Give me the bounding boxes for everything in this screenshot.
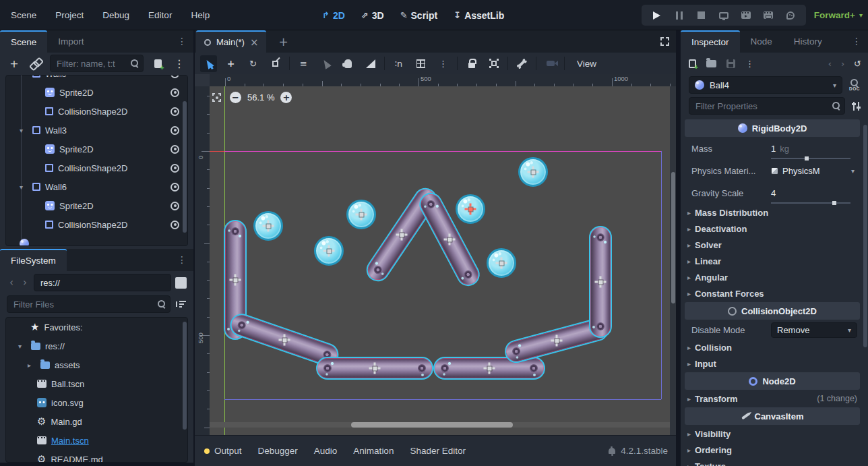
tool-scale[interactable] [267,55,284,72]
group-solver[interactable]: ▸Solver [685,237,860,253]
file-filter-input[interactable] [7,295,170,313]
visibility-eye-icon[interactable] [170,126,179,135]
resource-menu-icon[interactable]: ⋮ [745,59,754,69]
context-script[interactable]: ✎Script [400,10,438,21]
visibility-eye-icon[interactable] [170,75,179,78]
tool-list-select[interactable]: ≡ [295,55,312,72]
group-deactivation[interactable]: ▸Deactivation [685,221,860,237]
file-row-favorites[interactable]: ★Favorites: [6,318,187,337]
collapse-arrow-icon[interactable]: ▾ [18,343,26,350]
pause-button[interactable] [673,9,685,22]
group-constant-forces[interactable]: ▸Constant Forces [685,285,860,301]
visibility-eye-icon[interactable] [170,164,179,173]
file-row-readme-md[interactable]: ⚙README.md [6,450,187,463]
add-node-button[interactable]: + [7,56,22,71]
group-mass-distribution[interactable]: ▸Mass Distribution [685,204,860,221]
visibility-eye-icon[interactable] [170,88,179,97]
file-row-res[interactable]: ▾res:// [6,337,187,355]
file-row-ball-tscn[interactable]: Ball.tscn [6,374,187,393]
2d-viewport-canvas[interactable]: − 56.1 % + [210,86,676,435]
camera-override-button[interactable] [542,55,559,72]
scene-tree-row[interactable] [6,234,187,246]
menu-help[interactable]: Help [191,10,210,20]
notifications-bell-icon[interactable] [609,448,615,454]
history-back-icon[interactable]: ‹ [828,59,832,69]
wall-capsule[interactable] [433,357,545,380]
visibility-eye-icon[interactable] [170,107,179,116]
file-row-main-gd[interactable]: ⚙Main.gd [6,412,187,431]
file-row-icon-svg[interactable]: icon.svg [6,393,187,412]
value-text[interactable]: 4 [771,188,776,198]
tab-filesystem[interactable]: FileSystem [0,249,67,271]
tool-select[interactable] [200,55,217,72]
open-docs-icon[interactable]: DOC [849,79,860,91]
group-selected-button[interactable] [485,55,502,72]
visibility-eye-icon[interactable] [170,183,179,192]
canvas-vscrollbar[interactable] [670,86,676,435]
property-value[interactable]: 4 [771,188,860,198]
scene-tree-menu-button[interactable]: ⋮ [172,56,187,71]
ball-node[interactable] [314,236,344,266]
zoom-out-button[interactable]: − [230,92,241,103]
lock-selected-button[interactable] [463,55,480,72]
file-row-main-tscn[interactable]: Main.tscn [6,431,187,450]
visibility-eye-icon[interactable] [170,202,179,210]
value-text[interactable]: 1 [771,144,776,154]
tab-scene[interactable]: Scene [0,30,47,53]
view-menu[interactable]: View [570,59,603,69]
group-linear[interactable]: ▸Linear [685,253,860,269]
ball-node[interactable] [346,200,376,229]
zoom-in-button[interactable]: + [280,92,292,103]
scene-tree-row-collisionshape2d[interactable]: CollisionShape2D [6,158,187,177]
bottom-tab-audio[interactable]: Audio [314,446,338,456]
dropdown-disable-mode[interactable]: Remove▾ [771,322,857,338]
close-icon[interactable]: × [250,36,259,49]
scene-tree-row-wall3[interactable]: ▾Wall3 [6,121,187,140]
node-selector[interactable]: Ball4 ▾ [689,76,842,94]
menu-editor[interactable]: Editor [148,10,172,20]
group-collision[interactable]: ▸Collision [685,339,860,355]
context-2d[interactable]: ↱2D [322,10,345,21]
wall-capsule[interactable] [316,357,433,380]
scene-tree-row-collisionshape2d[interactable]: CollisionShape2D [6,215,187,234]
new-resource-icon[interactable] [689,59,696,68]
group-transform[interactable]: ▸Transform(1 change) [685,390,860,407]
scene-tree-row-collisionshape2d[interactable]: CollisionShape2D [6,102,187,121]
tab-inspector[interactable]: Inspector [681,30,740,53]
collapse-arrow-icon[interactable]: ▾ [20,183,28,191]
category-collisionobject2d[interactable]: CollisionObject2D [685,302,860,320]
ball-node-selected[interactable] [456,194,485,224]
scene-tree-row-wall6[interactable]: ▾Wall6 [6,177,187,196]
category-canvasitem[interactable]: CanvasItem [685,407,860,425]
tab-import[interactable]: Import [47,30,94,53]
center-view-icon[interactable] [212,93,221,102]
attach-script-button[interactable] [150,56,165,71]
scene-tree-row-sprite2d[interactable]: Sprite2D [6,140,187,158]
tab-history[interactable]: History [783,30,833,53]
value-slider[interactable] [771,202,850,204]
group-angular[interactable]: ▸Angular [685,269,860,285]
add-scene-tab-button[interactable]: + [278,35,288,49]
scene-tree-row-walls[interactable]: ▾Walls [6,75,187,83]
scene-tree-row-sprite2d[interactable]: Sprite2D [6,83,187,102]
skeleton-options-button[interactable] [514,55,530,72]
slider-handle[interactable] [832,201,836,205]
property-filter-input[interactable] [689,97,845,115]
snap-options-menu[interactable]: ⋮ [435,55,452,72]
file-row-assets[interactable]: ▸assets [6,355,187,374]
property-value[interactable]: 1kg [771,144,860,154]
zoom-level[interactable]: 56.1 % [247,92,274,103]
slider-handle[interactable] [805,156,809,161]
group-ordering[interactable]: ▸Ordering [685,442,860,458]
ball-node[interactable] [518,157,548,187]
inspector-menu-icon[interactable]: ⋮ [852,36,861,47]
nav-forward-icon[interactable]: › [20,276,30,289]
ball-node[interactable] [487,248,516,278]
collapse-arrow-icon[interactable]: ▾ [20,75,28,78]
category-node2d[interactable]: Node2D [685,372,860,390]
menu-project[interactable]: Project [55,10,84,20]
ball-node[interactable] [253,211,283,241]
tool-move[interactable]: + [222,55,239,72]
collapse-arrow-icon[interactable]: ▾ [20,127,28,134]
nav-back-icon[interactable]: ‹ [7,276,16,289]
